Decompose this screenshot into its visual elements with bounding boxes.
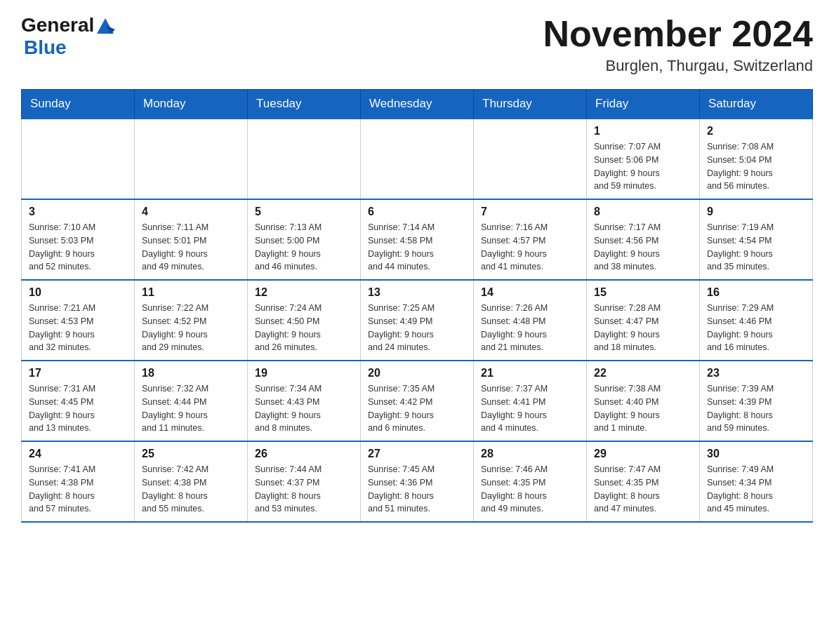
day-number: 23 [707,367,805,380]
day-info: Sunrise: 7:47 AMSunset: 4:35 PMDaylight:… [594,463,692,516]
day-info: Sunrise: 7:10 AMSunset: 5:03 PMDaylight:… [29,221,127,274]
month-title: November 2024 [543,14,813,54]
calendar-cell: 13Sunrise: 7:25 AMSunset: 4:49 PMDayligh… [361,280,474,361]
day-number: 18 [142,367,240,380]
calendar-week-row: 10Sunrise: 7:21 AMSunset: 4:53 PMDayligh… [22,280,813,361]
day-info: Sunrise: 7:11 AMSunset: 5:01 PMDaylight:… [142,221,240,274]
column-header-sunday: Sunday [22,90,135,119]
day-number: 16 [707,286,805,299]
day-number: 7 [481,206,579,218]
column-header-monday: Monday [135,90,248,119]
calendar-cell: 26Sunrise: 7:44 AMSunset: 4:37 PMDayligh… [248,441,361,522]
day-info: Sunrise: 7:08 AMSunset: 5:04 PMDaylight:… [707,140,805,193]
calendar-cell: 18Sunrise: 7:32 AMSunset: 4:44 PMDayligh… [135,361,248,441]
day-number: 29 [594,448,692,460]
calendar-week-row: 17Sunrise: 7:31 AMSunset: 4:45 PMDayligh… [22,361,813,441]
calendar-cell: 28Sunrise: 7:46 AMSunset: 4:35 PMDayligh… [474,441,587,522]
calendar-cell: 19Sunrise: 7:34 AMSunset: 4:43 PMDayligh… [248,361,361,441]
day-number: 22 [594,367,692,380]
day-number: 28 [481,448,579,460]
logo-general-text: General [21,14,94,36]
day-info: Sunrise: 7:31 AMSunset: 4:45 PMDaylight:… [29,382,127,435]
day-number: 24 [29,448,127,460]
calendar-cell: 15Sunrise: 7:28 AMSunset: 4:47 PMDayligh… [587,280,700,361]
calendar-cell: 12Sunrise: 7:24 AMSunset: 4:50 PMDayligh… [248,280,361,361]
calendar-cell: 16Sunrise: 7:29 AMSunset: 4:46 PMDayligh… [700,280,813,361]
column-header-thursday: Thursday [474,90,587,119]
calendar-cell [361,119,474,199]
day-info: Sunrise: 7:28 AMSunset: 4:47 PMDaylight:… [594,302,692,354]
calendar-cell [135,119,248,199]
day-info: Sunrise: 7:13 AMSunset: 5:00 PMDaylight:… [255,221,353,274]
calendar-cell: 10Sunrise: 7:21 AMSunset: 4:53 PMDayligh… [22,280,135,361]
day-info: Sunrise: 7:16 AMSunset: 4:57 PMDaylight:… [481,221,579,274]
calendar-cell: 14Sunrise: 7:26 AMSunset: 4:48 PMDayligh… [474,280,587,361]
calendar-cell: 30Sunrise: 7:49 AMSunset: 4:34 PMDayligh… [700,441,813,522]
column-header-friday: Friday [587,90,700,119]
day-number: 4 [142,206,240,218]
day-number: 11 [142,286,240,299]
day-info: Sunrise: 7:22 AMSunset: 4:52 PMDaylight:… [142,302,240,354]
day-number: 15 [594,286,692,299]
day-number: 2 [707,125,805,137]
location-title: Burglen, Thurgau, Switzerland [543,57,813,75]
calendar-cell: 29Sunrise: 7:47 AMSunset: 4:35 PMDayligh… [587,441,700,522]
column-header-wednesday: Wednesday [361,90,474,119]
day-info: Sunrise: 7:38 AMSunset: 4:40 PMDaylight:… [594,382,692,435]
day-info: Sunrise: 7:35 AMSunset: 4:42 PMDaylight:… [368,382,466,435]
day-info: Sunrise: 7:45 AMSunset: 4:36 PMDaylight:… [368,463,466,516]
day-number: 6 [368,206,466,218]
calendar-cell: 24Sunrise: 7:41 AMSunset: 4:38 PMDayligh… [22,441,135,522]
calendar-cell: 23Sunrise: 7:39 AMSunset: 4:39 PMDayligh… [700,361,813,441]
calendar-cell: 8Sunrise: 7:17 AMSunset: 4:56 PMDaylight… [587,199,700,280]
calendar-table: SundayMondayTuesdayWednesdayThursdayFrid… [21,89,813,523]
day-info: Sunrise: 7:14 AMSunset: 4:58 PMDaylight:… [368,221,466,274]
day-number: 9 [707,206,805,218]
calendar-cell: 1Sunrise: 7:07 AMSunset: 5:06 PMDaylight… [587,119,700,199]
calendar-cell [474,119,587,199]
title-block: November 2024 Burglen, Thurgau, Switzerl… [543,14,813,75]
calendar-cell: 9Sunrise: 7:19 AMSunset: 4:54 PMDaylight… [700,199,813,280]
logo-icon [95,15,115,35]
day-number: 5 [255,206,353,218]
day-info: Sunrise: 7:39 AMSunset: 4:39 PMDaylight:… [707,382,805,435]
day-number: 30 [707,448,805,460]
calendar-cell: 5Sunrise: 7:13 AMSunset: 5:00 PMDaylight… [248,199,361,280]
calendar-cell: 11Sunrise: 7:22 AMSunset: 4:52 PMDayligh… [135,280,248,361]
calendar-cell: 21Sunrise: 7:37 AMSunset: 4:41 PMDayligh… [474,361,587,441]
day-number: 26 [255,448,353,460]
logo: General Blue [21,14,117,59]
day-info: Sunrise: 7:25 AMSunset: 4:49 PMDaylight:… [368,302,466,354]
day-info: Sunrise: 7:49 AMSunset: 4:34 PMDaylight:… [707,463,805,516]
day-info: Sunrise: 7:07 AMSunset: 5:06 PMDaylight:… [594,140,692,193]
calendar-cell: 17Sunrise: 7:31 AMSunset: 4:45 PMDayligh… [22,361,135,441]
day-info: Sunrise: 7:37 AMSunset: 4:41 PMDaylight:… [481,382,579,435]
calendar-week-row: 3Sunrise: 7:10 AMSunset: 5:03 PMDaylight… [22,199,813,280]
calendar-week-row: 24Sunrise: 7:41 AMSunset: 4:38 PMDayligh… [22,441,813,522]
day-info: Sunrise: 7:44 AMSunset: 4:37 PMDaylight:… [255,463,353,516]
calendar-week-row: 1Sunrise: 7:07 AMSunset: 5:06 PMDaylight… [22,119,813,199]
day-info: Sunrise: 7:17 AMSunset: 4:56 PMDaylight:… [594,221,692,274]
day-number: 19 [255,367,353,380]
day-number: 10 [29,286,127,299]
day-info: Sunrise: 7:29 AMSunset: 4:46 PMDaylight:… [707,302,805,354]
day-number: 14 [481,286,579,299]
calendar-header-row: SundayMondayTuesdayWednesdayThursdayFrid… [22,90,813,119]
day-info: Sunrise: 7:41 AMSunset: 4:38 PMDaylight:… [29,463,127,516]
day-info: Sunrise: 7:42 AMSunset: 4:38 PMDaylight:… [142,463,240,516]
day-number: 25 [142,448,240,460]
calendar-cell [22,119,135,199]
calendar-cell: 4Sunrise: 7:11 AMSunset: 5:01 PMDaylight… [135,199,248,280]
page-header: General Blue November 2024 Burglen, Thur… [21,14,813,75]
day-number: 13 [368,286,466,299]
day-info: Sunrise: 7:19 AMSunset: 4:54 PMDaylight:… [707,221,805,274]
column-header-tuesday: Tuesday [248,90,361,119]
day-number: 20 [368,367,466,380]
calendar-cell: 25Sunrise: 7:42 AMSunset: 4:38 PMDayligh… [135,441,248,522]
day-number: 8 [594,206,692,218]
day-info: Sunrise: 7:46 AMSunset: 4:35 PMDaylight:… [481,463,579,516]
calendar-cell: 27Sunrise: 7:45 AMSunset: 4:36 PMDayligh… [361,441,474,522]
calendar-cell: 22Sunrise: 7:38 AMSunset: 4:40 PMDayligh… [587,361,700,441]
calendar-cell: 3Sunrise: 7:10 AMSunset: 5:03 PMDaylight… [22,199,135,280]
day-number: 21 [481,367,579,380]
